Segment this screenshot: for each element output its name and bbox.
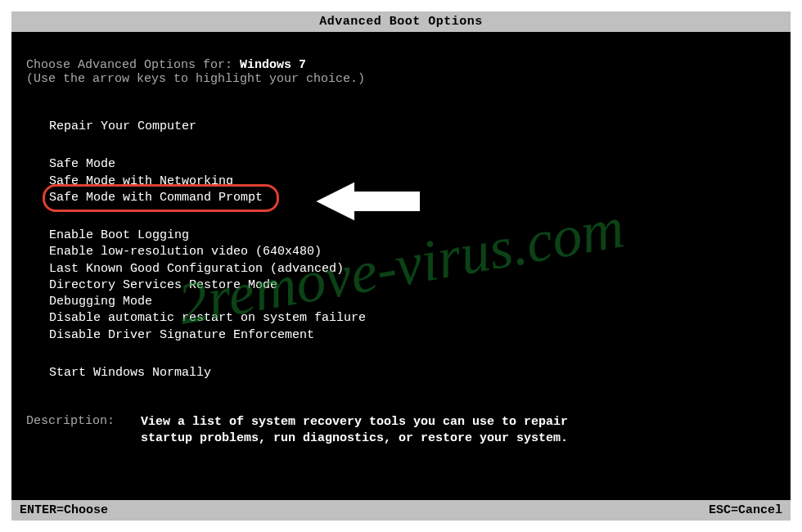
window-title: Advanced Boot Options [319, 15, 483, 29]
option-last-known-good[interactable]: Last Known Good Configuration (advanced) [49, 261, 776, 277]
option-boot-logging[interactable]: Enable Boot Logging [49, 228, 776, 244]
option-disable-restart[interactable]: Disable automatic restart on system fail… [49, 310, 776, 327]
option-disable-signature[interactable]: Disable Driver Signature Enforcement [49, 327, 776, 344]
description-label: Description: [26, 414, 141, 428]
footer-esc: ESC=Cancel [709, 503, 782, 517]
option-safe-mode-networking[interactable]: Safe Mode with Networking [49, 174, 776, 190]
option-safe-mode-cmd[interactable]: Safe Mode with Command Prompt [49, 190, 776, 206]
intro-line: Choose Advanced Options for: Windows 7 [26, 58, 776, 72]
content-area: Choose Advanced Options for: Windows 7 (… [11, 32, 791, 448]
option-repair[interactable]: Repair Your Computer [49, 119, 776, 135]
intro-hint: (Use the arrow keys to highlight your ch… [26, 72, 776, 86]
footer-enter: ENTER=Choose [20, 503, 108, 517]
description-text: View a list of system recovery tools you… [141, 414, 599, 448]
option-debugging[interactable]: Debugging Mode [49, 294, 776, 310]
title-bar: Advanced Boot Options [11, 11, 791, 32]
footer-bar: ENTER=Choose ESC=Cancel [11, 500, 791, 521]
option-safe-mode-cmd-label: Safe Mode with Command Prompt [49, 191, 263, 205]
option-low-res-video[interactable]: Enable low-resolution video (640x480) [49, 244, 776, 260]
option-safe-mode[interactable]: Safe Mode [49, 156, 776, 173]
description-block: Description: View a list of system recov… [26, 414, 776, 448]
intro-prefix: Choose Advanced Options for: [26, 58, 240, 72]
os-name: Windows 7 [240, 58, 306, 72]
option-ds-restore[interactable]: Directory Services Restore Mode [49, 277, 776, 294]
option-start-normally[interactable]: Start Windows Normally [49, 365, 776, 381]
